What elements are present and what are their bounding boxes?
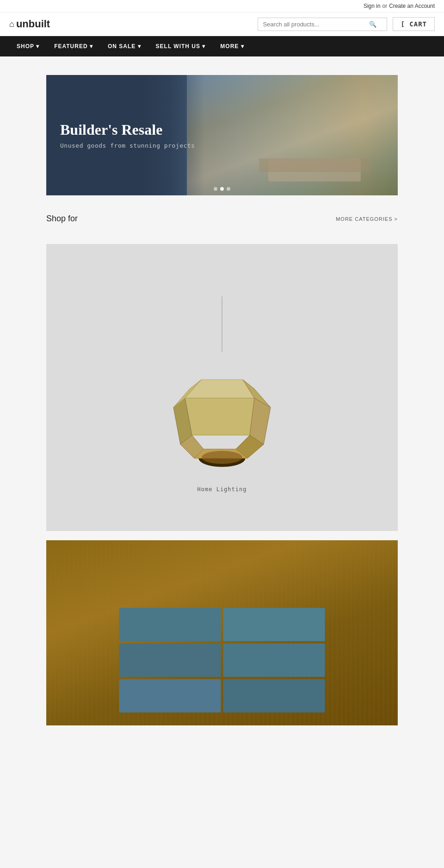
hero-dot-1[interactable] <box>214 187 217 191</box>
header: ⌂ unbuilt 🔍 [ CART <box>0 12 444 36</box>
sign-in-link[interactable]: Sign in <box>364 3 381 9</box>
shop-section: Shop for MORE CATEGORIES > <box>46 214 398 235</box>
hero-subtitle: Unused goods from stunning projects <box>60 143 195 150</box>
svg-point-10 <box>202 451 242 464</box>
hero-dot-2[interactable] <box>220 187 224 191</box>
lamp-svg <box>157 352 287 481</box>
cart-button[interactable]: [ CART <box>393 17 435 31</box>
shop-header: Shop for MORE CATEGORIES > <box>46 214 398 224</box>
tile-3 <box>119 643 221 677</box>
search-box: 🔍 <box>258 18 387 31</box>
content-area: Sign in or Create an Account ⌂ unbuilt 🔍… <box>0 0 444 744</box>
header-right: 🔍 [ CART <box>258 17 435 31</box>
page-wrapper: Sign in or Create an Account ⌂ unbuilt 🔍… <box>0 0 444 868</box>
logo-text: unbuilt <box>16 18 50 30</box>
hero-banner: Builder's Resale Unused goods from stunn… <box>46 75 398 195</box>
nav-item-more[interactable]: MORE ▾ <box>213 36 251 56</box>
svg-marker-1 <box>185 398 254 435</box>
nav-item-shop[interactable]: SHOP ▾ <box>9 36 47 56</box>
hero-text: Builder's Resale Unused goods from stunn… <box>60 121 195 149</box>
category-card-lighting[interactable]: Home Lighting <box>46 244 398 531</box>
tile-1 <box>119 608 221 641</box>
lamp-container <box>157 296 287 481</box>
shop-title: Shop for <box>46 214 78 224</box>
search-button[interactable]: 🔍 <box>369 21 376 28</box>
logo-icon: ⌂ <box>9 19 14 29</box>
nav-item-sell-with-us[interactable]: SELL WITH US ▾ <box>148 36 213 56</box>
hero-dots <box>214 187 230 191</box>
main-nav: SHOP ▾ FEATURED ▾ ON SALE ▾ SELL WITH US… <box>0 36 444 56</box>
tile-6 <box>223 679 325 712</box>
hero-title: Builder's Resale <box>60 121 195 138</box>
lighting-card-label: Home Lighting <box>46 481 398 497</box>
category-card-tiles[interactable] <box>46 540 398 725</box>
nav-item-on-sale[interactable]: ON SALE ▾ <box>100 36 148 56</box>
search-input[interactable] <box>263 21 369 28</box>
tile-grid <box>116 604 329 716</box>
lamp-cord <box>222 296 222 352</box>
logo[interactable]: ⌂ unbuilt <box>9 18 50 30</box>
more-categories-link[interactable]: MORE CATEGORIES > <box>336 216 398 222</box>
svg-marker-0 <box>185 380 254 398</box>
tile-4 <box>223 643 325 677</box>
top-bar: Sign in or Create an Account <box>0 0 444 12</box>
tile-2 <box>223 608 325 641</box>
hero-furniture2 <box>259 158 370 172</box>
or-separator: or <box>382 3 388 9</box>
create-account-link[interactable]: Create an Account <box>389 3 435 9</box>
tile-5 <box>119 679 221 712</box>
nav-item-featured[interactable]: FEATURED ▾ <box>47 36 100 56</box>
hero-dot-3[interactable] <box>227 187 230 191</box>
